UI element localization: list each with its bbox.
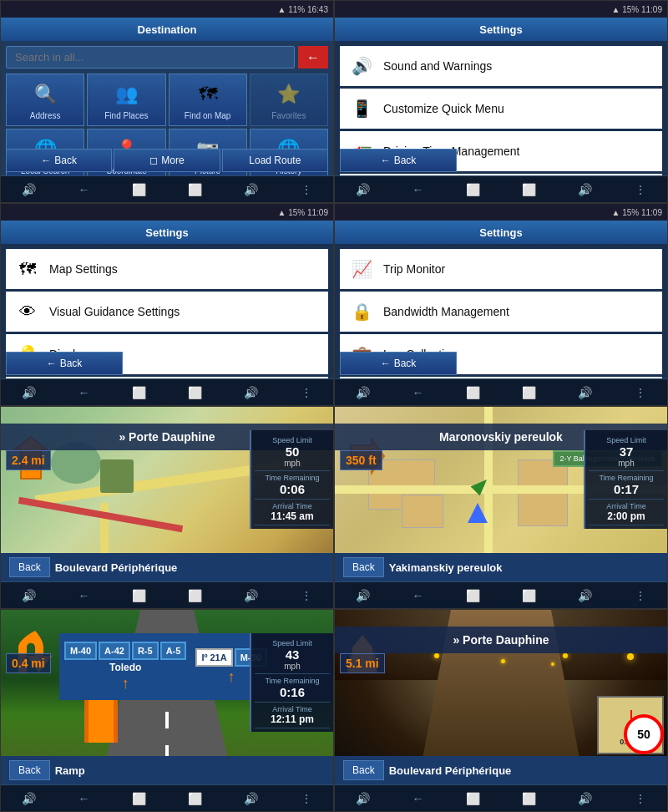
home-nav-5[interactable]: ⬜ xyxy=(132,589,146,602)
back-nav-8[interactable]: ← xyxy=(412,792,423,805)
vol-icon-4[interactable]: 🔊 xyxy=(356,386,370,399)
time-remaining-row-5: Time Remaining 0:06 xyxy=(255,471,330,500)
hw-sign-m40: M-40 xyxy=(64,642,97,660)
vol-icon-7[interactable]: 🔊 xyxy=(22,792,36,805)
menu-icon-5[interactable]: ⋮ xyxy=(301,589,312,602)
apps-nav-1[interactable]: ⬜ xyxy=(188,183,202,196)
apps-nav-2[interactable]: ⬜ xyxy=(522,183,536,196)
dest-item-favorites[interactable]: ⭐ Favorites xyxy=(250,74,328,126)
vol-icon-8[interactable]: 🔊 xyxy=(356,792,370,805)
highway-arrow-up: ↑ xyxy=(122,675,129,693)
address-icon: 🔍 xyxy=(30,79,60,109)
vol2-icon-7[interactable]: 🔊 xyxy=(244,792,258,805)
arrival-time-row-6: Arrival Time 2:00 pm xyxy=(589,500,664,525)
street-name-8: Boulevard Périphérique xyxy=(389,764,512,777)
vol-icon-3[interactable]: 🔊 xyxy=(22,386,36,399)
vol-icon-5[interactable]: 🔊 xyxy=(22,589,36,602)
dest-item-find-places[interactable]: 👥 Find Places xyxy=(87,74,165,126)
settings-item-trip[interactable]: 📈 Trip Monitor xyxy=(340,249,662,289)
destination-text-8: » Porte Dauphine xyxy=(453,633,549,647)
home-nav-1[interactable]: ⬜ xyxy=(132,183,146,196)
settings-item-visual[interactable]: 👁 Visual Guidance Settings xyxy=(6,292,328,332)
bandwidth-label: Bandwidth Management xyxy=(383,305,509,318)
apps-nav-4[interactable]: ⬜ xyxy=(522,386,536,399)
arrival-time-6: 2:00 pm xyxy=(589,510,664,522)
vol2-icon-2[interactable]: 🔊 xyxy=(578,183,592,196)
menu-icon-6[interactable]: ⋮ xyxy=(635,589,646,602)
speed-limit-row-6: Speed Limit 37 mph xyxy=(589,434,664,471)
apps-nav-3[interactable]: ⬜ xyxy=(188,386,202,399)
back-nav-5[interactable]: ← xyxy=(78,589,89,602)
back-nav-6[interactable]: ← xyxy=(412,589,423,602)
back-button-8[interactable]: Back xyxy=(343,760,384,780)
vol2-icon-8[interactable]: 🔊 xyxy=(578,792,592,805)
vol2-icon-5[interactable]: 🔊 xyxy=(244,589,258,602)
dest-item-find-map[interactable]: 🗺 Find on Map xyxy=(169,74,247,126)
search-input[interactable] xyxy=(6,46,295,69)
menu-icon-1[interactable]: ⋮ xyxy=(301,183,312,196)
settings-item-sound[interactable]: 🔊 Sound and Warnings xyxy=(340,46,662,86)
apps-nav-7[interactable]: ⬜ xyxy=(188,792,202,805)
back-button-4[interactable]: ← Back xyxy=(340,352,457,375)
home-nav-3[interactable]: ⬜ xyxy=(132,386,146,399)
vol-icon-2[interactable]: 🔊 xyxy=(356,183,370,196)
back-button-7[interactable]: Back xyxy=(9,760,50,780)
home-nav-6[interactable]: ⬜ xyxy=(466,589,480,602)
vol2-icon-6[interactable]: 🔊 xyxy=(578,589,592,602)
settings-item-quick-menu[interactable]: 📱 Customize Quick Menu xyxy=(340,89,662,129)
settings-item-map[interactable]: 🗺 Map Settings xyxy=(6,249,328,289)
hw-sign-a5: A-5 xyxy=(160,642,187,660)
back-button-1[interactable]: ← Back xyxy=(6,149,112,172)
home-nav-4[interactable]: ⬜ xyxy=(466,386,480,399)
map-settings-label: Map Settings xyxy=(49,262,118,276)
load-route-button[interactable]: Load Route xyxy=(222,149,328,172)
apps-nav-8[interactable]: ⬜ xyxy=(522,792,536,805)
more-button[interactable]: ◻ More xyxy=(114,149,220,172)
speed-limit-row-7: Speed Limit 43 mph xyxy=(255,637,330,674)
back-button-5[interactable]: Back xyxy=(9,557,50,577)
search-clear-button[interactable]: ← xyxy=(298,46,328,69)
menu-icon-4[interactable]: ⋮ xyxy=(635,386,646,399)
back-nav-2[interactable]: ← xyxy=(412,183,423,196)
settings-item-bandwidth[interactable]: 🔒 Bandwidth Management xyxy=(340,292,662,332)
hw-sign-21a: Iº 21A xyxy=(195,648,232,667)
dest-find-map-label: Find on Map xyxy=(185,111,231,120)
home-nav-7[interactable]: ⬜ xyxy=(132,792,146,805)
nav-city-panel: ▲ 96% 17:43 350 ft Maronovskiy pe xyxy=(334,406,668,609)
home-nav-2[interactable]: ⬜ xyxy=(466,183,480,196)
apps-nav-6[interactable]: ⬜ xyxy=(522,589,536,602)
find-map-icon: 🗺 xyxy=(193,79,223,109)
menu-icon-2[interactable]: ⋮ xyxy=(635,183,646,196)
back-nav-1[interactable]: ← xyxy=(78,183,89,196)
menu-icon-7[interactable]: ⋮ xyxy=(301,792,312,805)
apps-nav-5[interactable]: ⬜ xyxy=(188,589,202,602)
hw-sign-a42: A-42 xyxy=(99,642,130,660)
back-button-2[interactable]: ← Back xyxy=(340,149,457,172)
menu-icon-3[interactable]: ⋮ xyxy=(301,386,312,399)
nav-bar-7: 🔊 ← ⬜ ⬜ 🔊 ⋮ xyxy=(1,784,333,811)
nav-bar-2: 🔊 ← ⬜ ⬜ 🔊 ⋮ xyxy=(335,175,667,202)
home-nav-8[interactable]: ⬜ xyxy=(466,792,480,805)
destination-text-6: Maronovskiy pereulok xyxy=(439,430,563,444)
vol2-icon-4[interactable]: 🔊 xyxy=(578,386,592,399)
quick-menu-label: Customize Quick Menu xyxy=(383,102,504,115)
vol2-icon-3[interactable]: 🔊 xyxy=(244,386,258,399)
highway-arrow-up2: ↑ xyxy=(228,668,235,686)
destination-panel: ▲ 11% 16:43 Destination ← 🔍 Address 👥 Fi… xyxy=(0,0,334,203)
back-button-6[interactable]: Back xyxy=(343,557,384,577)
back-button-3[interactable]: ← Back xyxy=(6,352,123,375)
speed-limit-6: 37 xyxy=(589,444,664,459)
vol2-icon-1[interactable]: 🔊 xyxy=(244,183,258,196)
action-bar-4: ← Back xyxy=(335,348,667,378)
street-name-5: Boulevard Périphérique xyxy=(55,561,178,574)
vol-icon-1[interactable]: 🔊 xyxy=(22,183,36,196)
back-nav-3[interactable]: ← xyxy=(78,386,89,399)
nav-paris-panel: ▲ 97% 17:40 2.4 mi » Porte Dauphine xyxy=(0,406,334,609)
dest-item-address[interactable]: 🔍 Address xyxy=(6,74,84,126)
menu-icon-8[interactable]: ⋮ xyxy=(635,792,646,805)
back-nav-4[interactable]: ← xyxy=(412,386,423,399)
bandwidth-icon: 🔒 xyxy=(348,298,375,325)
vol-icon-6[interactable]: 🔊 xyxy=(356,589,370,602)
back-nav-7[interactable]: ← xyxy=(78,792,89,805)
time-remaining-6: 0:17 xyxy=(589,482,664,496)
